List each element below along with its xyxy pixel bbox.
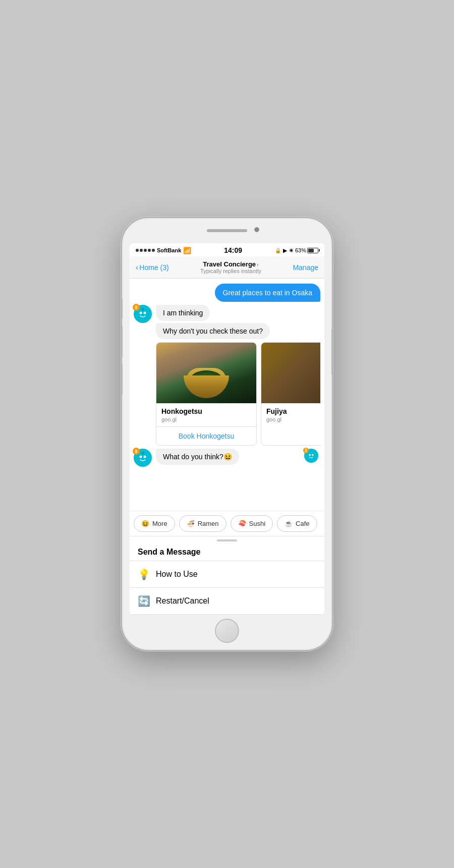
card-image-2	[261, 343, 320, 403]
svg-point-7	[144, 456, 146, 458]
power-button	[331, 329, 333, 374]
card-content-1: Honkogetsu goo.gl	[156, 403, 256, 426]
bot-badge-2: ₿	[133, 448, 140, 455]
chat-area: Great places to eat in Osaka ₿	[130, 279, 324, 511]
restaurant-card-1: Honkogetsu goo.gl Book Honkogetsu	[156, 342, 257, 446]
bot-bubble-suggest: Why don't you check these out?	[156, 323, 270, 339]
status-left: SoftBank 📶	[136, 247, 191, 254]
location-icon: ▶	[283, 248, 287, 253]
bot-avatar-2: ₿	[134, 449, 152, 467]
nav-bar: ‹ Home (3) Travel Concierge › Typically …	[130, 256, 324, 279]
quick-reply-ramen[interactable]: 🍜 Ramen	[179, 515, 226, 532]
clock: 14:09	[224, 246, 242, 254]
speaker	[207, 229, 247, 232]
bot-bubble-question: What do you think?😆	[156, 449, 239, 465]
lock-icon: 🔒	[275, 248, 281, 253]
bot-row-question: ₿ What do you think?😆	[134, 449, 320, 467]
cafe-emoji: ☕	[285, 520, 293, 527]
svg-point-11	[309, 454, 311, 456]
nav-center: Travel Concierge › Typically replies ins…	[200, 260, 261, 274]
bowl-visual	[181, 368, 232, 398]
card-url-1: goo.gl	[161, 416, 251, 422]
camera	[254, 227, 259, 232]
more-label: More	[152, 520, 167, 527]
dot-1	[136, 249, 139, 252]
card-image-1	[156, 343, 256, 403]
bottom-panel: Send a Message 💡 How to Use 🔄 Restart/Ca…	[130, 536, 324, 615]
how-to-use-item[interactable]: 💡 How to Use	[130, 561, 324, 588]
battery-fill	[308, 249, 314, 252]
svg-point-6	[140, 456, 142, 458]
phone-screen: SoftBank 📶 14:09 🔒 ▶ ✳ 63% ‹ Home (3)	[130, 243, 324, 615]
status-bar: SoftBank 📶 14:09 🔒 ▶ ✳ 63%	[130, 243, 324, 256]
bot-avatar-float: ₿	[304, 449, 318, 463]
card-name-2: Fujiya	[266, 407, 320, 415]
battery-container: 63%	[295, 247, 318, 253]
sushi-emoji: 🍣	[238, 520, 246, 527]
svg-point-2	[144, 312, 146, 314]
dot-4	[148, 249, 151, 252]
bot-bubble-thinking: I am thinking	[156, 305, 210, 321]
quick-reply-sushi[interactable]: 🍣 Sushi	[231, 515, 273, 532]
status-right: 🔒 ▶ ✳ 63%	[275, 247, 318, 253]
cafe-label: Cafe	[296, 520, 309, 527]
user-message-bubble: Great places to eat in Osaka	[215, 284, 320, 302]
drag-handle	[217, 539, 237, 541]
bot-row-thinking: ₿ I am thinking Why don'	[134, 305, 320, 339]
volume-down-button	[121, 364, 123, 395]
restart-icon: 🔄	[138, 595, 150, 607]
back-chevron-icon: ‹	[136, 263, 138, 272]
ramen-emoji: 🍜	[187, 520, 195, 527]
lightbulb-icon: 💡	[138, 568, 150, 580]
book-button-1[interactable]: Book Honkogetsu	[156, 426, 256, 445]
nav-title: Travel Concierge	[203, 260, 256, 268]
dot-2	[140, 249, 143, 252]
ramen-label: Ramen	[198, 520, 219, 527]
cards-scroll-area: Honkogetsu goo.gl Book Honkogetsu Fujiya…	[156, 342, 320, 446]
mute-button	[121, 299, 123, 319]
wifi-icon: 📶	[183, 247, 191, 254]
quick-replies-bar: 😆 More 🍜 Ramen 🍣 Sushi ☕ Cafe	[130, 511, 324, 536]
dot-5	[152, 249, 155, 252]
carrier-label: SoftBank	[157, 247, 181, 253]
bot-messages-group-1: I am thinking Why don't you check these …	[156, 305, 320, 339]
quick-reply-more[interactable]: 😆 More	[134, 515, 175, 532]
phone-frame: SoftBank 📶 14:09 🔒 ▶ ✳ 63% ‹ Home (3)	[121, 217, 333, 651]
quick-reply-cafe[interactable]: ☕ Cafe	[277, 515, 317, 532]
bowl-shape	[184, 375, 229, 398]
svg-point-1	[140, 312, 142, 314]
restart-cancel-item[interactable]: 🔄 Restart/Cancel	[130, 588, 324, 615]
svg-point-12	[312, 454, 314, 456]
restart-cancel-label: Restart/Cancel	[156, 596, 209, 606]
bluetooth-icon: ✳	[289, 248, 293, 253]
home-button[interactable]	[215, 619, 239, 643]
back-label: Home (3)	[139, 263, 168, 272]
restaurant-card-2: Fujiya goo.gl	[261, 342, 320, 446]
back-button[interactable]: ‹ Home (3)	[136, 263, 169, 272]
manage-button[interactable]: Manage	[293, 263, 318, 272]
battery-percent: 63%	[295, 247, 306, 253]
send-message-title: Send a Message	[130, 544, 324, 561]
svg-point-10	[307, 451, 316, 461]
sushi-label: Sushi	[249, 520, 266, 527]
card-url-2: goo.gl	[266, 416, 320, 422]
signal-bars	[136, 249, 155, 252]
nav-subtitle: Typically replies instantly	[200, 268, 261, 274]
bot-avatar-1: ₿	[134, 305, 152, 323]
card-content-2: Fujiya goo.gl	[261, 403, 320, 426]
more-emoji: 😆	[141, 520, 149, 527]
svg-point-4	[142, 308, 144, 310]
nav-title-row: Travel Concierge ›	[200, 260, 261, 268]
volume-up-button	[121, 327, 123, 357]
svg-point-9	[142, 452, 144, 454]
dot-3	[144, 249, 147, 252]
battery-icon	[307, 248, 318, 253]
card-name-1: Honkogetsu	[161, 407, 251, 415]
how-to-use-label: How to Use	[156, 570, 198, 579]
nav-chevron-right-icon: ›	[257, 261, 259, 267]
bot-badge-1: ₿	[133, 304, 140, 311]
